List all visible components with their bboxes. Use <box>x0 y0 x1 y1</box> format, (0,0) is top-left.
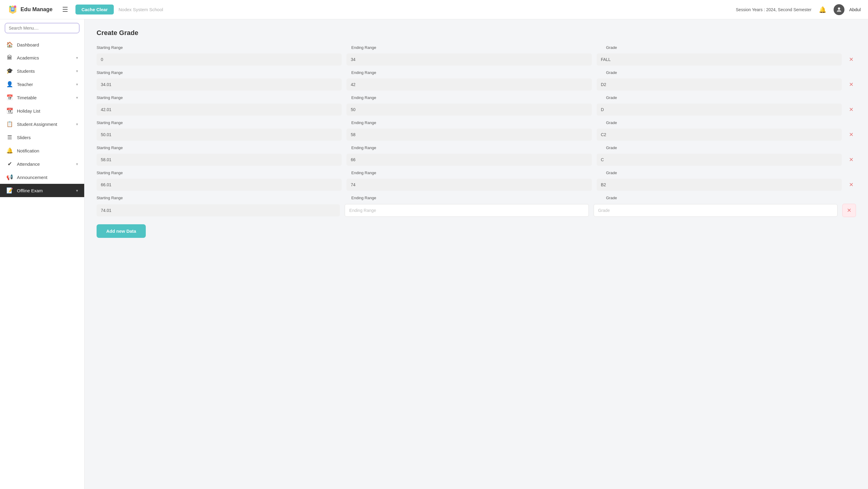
delete-row-button-6[interactable]: ✕ <box>842 204 856 217</box>
grade-label-3: Grade <box>606 120 856 127</box>
delete-row-button-0[interactable]: ✕ <box>846 55 856 64</box>
grade-input-2[interactable] <box>597 103 842 116</box>
chevron-down-icon: ▾ <box>76 188 78 193</box>
starting-range-input-6[interactable] <box>97 204 340 216</box>
sidebar-item-label-student-assignment: Student Assignment <box>17 122 72 127</box>
grade-labels-row-0: Starting Range Ending Range Grade <box>97 45 856 52</box>
grade-row-group-3: Starting Range Ending Range Grade ✕ <box>97 120 856 141</box>
sidebar-item-dashboard[interactable]: 🏠 Dashboard <box>0 38 84 51</box>
hamburger-icon[interactable]: ☰ <box>62 6 68 13</box>
grade-labels-row-1: Starting Range Ending Range Grade <box>97 70 856 77</box>
add-new-data-button[interactable]: Add new Data <box>97 224 146 238</box>
grade-input-1[interactable] <box>597 79 842 91</box>
grade-input-0[interactable] <box>597 54 842 65</box>
sidebar-item-label-students: Students <box>17 68 72 74</box>
search-input[interactable] <box>5 23 80 33</box>
ending-range-label-5: Ending Range <box>351 171 601 177</box>
ending-range-label-3: Ending Range <box>351 120 601 127</box>
sidebar-item-attendance[interactable]: ✔ Attendance ▾ <box>0 157 84 171</box>
chevron-down-icon: ▾ <box>76 82 78 87</box>
cache-clear-button[interactable]: Cache Clear <box>75 4 114 14</box>
delete-row-button-4[interactable]: ✕ <box>846 155 856 164</box>
grade-input-5[interactable] <box>597 179 842 191</box>
grade-label-2: Grade <box>606 95 856 102</box>
chevron-down-icon: ▾ <box>76 122 78 126</box>
ending-range-input-1[interactable] <box>346 79 592 91</box>
ending-range-label-0: Ending Range <box>351 45 601 52</box>
grade-input-6[interactable] <box>594 204 838 217</box>
sidebar-item-academics[interactable]: 🏛 Academics ▾ <box>0 51 84 64</box>
svg-rect-3 <box>11 9 14 10</box>
grade-labels-row-2: Starting Range Ending Range Grade <box>97 95 856 102</box>
ending-range-input-4[interactable] <box>346 154 592 166</box>
sidebar-item-label-announcement: Announcement <box>17 175 78 180</box>
ending-range-label-1: Ending Range <box>351 70 601 77</box>
ending-range-input-5[interactable] <box>346 179 592 191</box>
grade-input-4[interactable] <box>597 154 842 166</box>
starting-range-input-2[interactable] <box>97 103 342 116</box>
sidebar-item-teacher[interactable]: 👤 Teacher ▾ <box>0 78 84 91</box>
ending-range-input-3[interactable] <box>346 129 592 141</box>
chevron-down-icon: ▾ <box>76 95 78 100</box>
chevron-down-icon: ▾ <box>76 69 78 73</box>
logo: Edu Manage <box>7 4 53 15</box>
username: Abdul <box>849 7 861 12</box>
svg-point-5 <box>9 6 11 7</box>
ending-range-input-2[interactable] <box>346 103 592 116</box>
logo-icon <box>7 4 18 15</box>
svg-point-6 <box>838 7 840 9</box>
sidebar-item-students[interactable]: 🎓 Students ▾ <box>0 64 84 78</box>
ending-range-label-4: Ending Range <box>351 146 601 152</box>
avatar <box>834 4 844 15</box>
topnav: Edu Manage ☰ Cache Clear Nodex System Sc… <box>0 0 868 19</box>
delete-row-button-1[interactable]: ✕ <box>846 80 856 89</box>
sidebar-item-offline-exam[interactable]: 📝 Offline Exam ▾ <box>0 184 84 197</box>
starting-range-input-0[interactable] <box>97 54 342 65</box>
svg-rect-2 <box>11 8 14 8</box>
delete-row-button-5[interactable]: ✕ <box>846 180 856 189</box>
holiday-list-icon: 📆 <box>6 108 13 114</box>
grade-fields-row-6: ✕ <box>97 204 856 217</box>
sidebar-item-label-academics: Academics <box>17 55 72 60</box>
starting-range-label-6: Starting Range <box>97 195 346 202</box>
chevron-down-icon: ▾ <box>76 56 78 60</box>
starting-range-input-5[interactable] <box>97 179 342 191</box>
dashboard-icon: 🏠 <box>6 41 13 48</box>
ending-range-input-6[interactable] <box>345 204 589 217</box>
grade-input-3[interactable] <box>597 129 842 141</box>
students-icon: 🎓 <box>6 68 13 74</box>
sidebar-item-label-notification: Notification <box>17 148 78 153</box>
grade-labels-row-6: Starting Range Ending Range Grade <box>97 195 856 202</box>
grade-label-6: Grade <box>606 195 856 202</box>
offline-exam-icon: 📝 <box>6 187 13 194</box>
grade-fields-row-0: ✕ <box>97 54 856 65</box>
sidebar-item-announcement[interactable]: 📢 Announcement <box>0 171 84 184</box>
starting-range-label-3: Starting Range <box>97 120 346 127</box>
ending-range-label-2: Ending Range <box>351 95 601 102</box>
starting-range-input-3[interactable] <box>97 129 342 141</box>
grade-row-group-1: Starting Range Ending Range Grade ✕ <box>97 70 856 91</box>
sidebar-item-label-holiday-list: Holiday List <box>17 109 78 114</box>
grade-label-5: Grade <box>606 171 856 177</box>
sidebar-item-notification[interactable]: 🔔 Notification <box>0 144 84 157</box>
starting-range-input-1[interactable] <box>97 79 342 91</box>
sidebar-item-student-assignment[interactable]: 📋 Student Assignment ▾ <box>0 117 84 131</box>
grade-fields-row-2: ✕ <box>97 103 856 116</box>
starting-range-input-4[interactable] <box>97 154 342 166</box>
sidebar-item-sliders[interactable]: ☰ Sliders <box>0 131 84 144</box>
grade-label-4: Grade <box>606 146 856 152</box>
sidebar-item-label-timetable: Timetable <box>17 95 72 100</box>
ending-range-input-0[interactable] <box>346 54 592 65</box>
grade-row-group-5: Starting Range Ending Range Grade ✕ <box>97 171 856 191</box>
sidebar-item-label-attendance: Attendance <box>17 161 72 166</box>
grade-label-0: Grade <box>606 45 856 52</box>
session-label: Session Years : 2024, Second Semester <box>736 7 812 12</box>
svg-point-4 <box>14 5 16 8</box>
school-name: Nodex System School <box>119 7 163 12</box>
sidebar-item-holiday-list[interactable]: 📆 Holiday List <box>0 104 84 117</box>
bell-icon[interactable]: 🔔 <box>819 6 826 13</box>
grade-row-group-0: Starting Range Ending Range Grade ✕ <box>97 45 856 65</box>
delete-row-button-3[interactable]: ✕ <box>846 130 856 139</box>
delete-row-button-2[interactable]: ✕ <box>846 105 856 114</box>
sidebar-item-timetable[interactable]: 📅 Timetable ▾ <box>0 91 84 104</box>
